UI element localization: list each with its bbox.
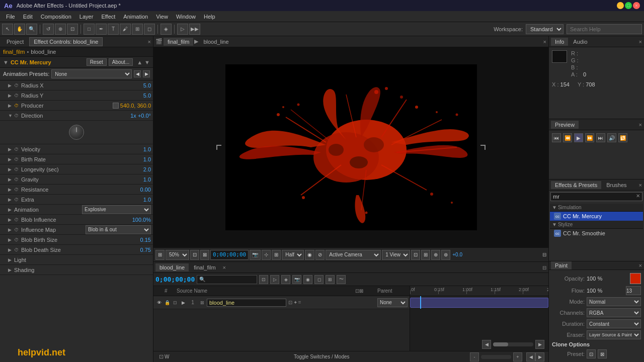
tl-scrollbar[interactable] bbox=[493, 342, 533, 346]
tl-tab-final-film[interactable]: final_film bbox=[190, 263, 219, 272]
prev-back-btn[interactable]: ⏪ bbox=[563, 133, 572, 142]
layer-switch-icon[interactable]: ⊡ bbox=[288, 300, 292, 305]
preview-btn1[interactable]: ▷ bbox=[177, 24, 188, 35]
expand-gravity[interactable]: ▶ bbox=[8, 177, 14, 182]
expand-effect[interactable]: ▼ bbox=[3, 59, 9, 65]
about-button[interactable]: About... bbox=[109, 58, 133, 66]
comp-fit-btn[interactable]: ⊡ bbox=[190, 250, 199, 260]
toggle-modes-btn[interactable]: Toggle Switches / Modes bbox=[173, 354, 470, 359]
val-velocity[interactable]: 1.0 bbox=[143, 146, 151, 152]
val-blob-influence[interactable]: 100.0% bbox=[132, 217, 151, 223]
left-panel-close[interactable]: × bbox=[148, 39, 151, 45]
menu-layer[interactable]: Layer bbox=[75, 13, 98, 21]
tl-playhead[interactable] bbox=[420, 296, 421, 309]
brushes-tab[interactable]: Brushes bbox=[602, 181, 630, 189]
tl-frame-fwd[interactable]: ▶ bbox=[535, 352, 544, 361]
expand-shading[interactable]: ▶ bbox=[8, 267, 14, 273]
stopwatch-blob-influence[interactable]: ⏱ bbox=[14, 217, 21, 222]
prev-last-btn[interactable]: ⏭ bbox=[596, 133, 605, 142]
comp-3d-btn[interactable]: ⊞ bbox=[421, 250, 430, 260]
timecode-display[interactable]: 0;00;00;00 bbox=[210, 250, 249, 260]
tl-zoom-in[interactable]: + bbox=[513, 352, 522, 361]
eraser-select[interactable]: Layer Source & Paint bbox=[587, 330, 641, 339]
comp-panel-close[interactable]: × bbox=[543, 39, 546, 45]
influence-map-select[interactable]: Blob in & out bbox=[86, 225, 151, 234]
expand-blob-influence[interactable]: ▶ bbox=[8, 217, 14, 222]
tl-camera-btn[interactable]: 📷 bbox=[292, 275, 301, 284]
tl-frame-back[interactable]: ◀ bbox=[526, 352, 535, 361]
comp-canvas[interactable] bbox=[225, 64, 477, 230]
tl-more-btn[interactable]: ⊞ bbox=[326, 275, 335, 284]
eraser-tool[interactable]: ◻ bbox=[144, 24, 155, 35]
val-direction[interactable]: 1x +0.0° bbox=[130, 113, 151, 119]
tl-zoom-bar[interactable] bbox=[481, 355, 511, 359]
preset-btn2[interactable]: ⊠ bbox=[598, 349, 607, 358]
comp-more-btn[interactable]: ⊛ bbox=[441, 250, 450, 260]
menu-view[interactable]: View bbox=[152, 13, 172, 21]
animation-select[interactable]: Explosive bbox=[82, 205, 151, 214]
val-extra[interactable]: 1.0 bbox=[143, 197, 151, 203]
expand-birth-rate[interactable]: ▶ bbox=[8, 157, 14, 162]
fx-item-cc-mr-smoothie[interactable]: cc CC Mr. Smoothie bbox=[550, 229, 643, 238]
val-resistance[interactable]: 0.00 bbox=[140, 187, 151, 193]
comp-snap-btn[interactable]: ⊕ bbox=[431, 250, 440, 260]
select-tool[interactable]: ↖ bbox=[2, 24, 13, 35]
stopwatch-influence-map[interactable]: ⏱ bbox=[14, 227, 21, 232]
tl-tab-close[interactable]: × bbox=[223, 264, 226, 270]
prev-first-btn[interactable]: ⏮ bbox=[552, 133, 561, 142]
val-radius-y[interactable]: 5.0 bbox=[143, 93, 151, 99]
layer-expr-icon[interactable]: = bbox=[298, 300, 301, 305]
menu-file[interactable]: File bbox=[2, 13, 19, 21]
tl-in-out-btn[interactable]: ⊡ bbox=[259, 275, 268, 284]
info-close[interactable]: × bbox=[639, 39, 642, 45]
search-help-input[interactable] bbox=[567, 24, 642, 34]
info-tab[interactable]: Info bbox=[551, 38, 568, 46]
preview-close[interactable]: × bbox=[639, 122, 642, 128]
hand-tool[interactable]: ✋ bbox=[14, 24, 25, 35]
mode-select[interactable]: Normal bbox=[587, 297, 641, 306]
quality-select[interactable]: Half bbox=[282, 250, 304, 260]
val-birth-rate[interactable]: 1.0 bbox=[143, 156, 151, 162]
menu-composition[interactable]: Composition bbox=[37, 13, 75, 21]
comp-cam-btn[interactable]: 📷 bbox=[250, 250, 261, 260]
tl-zoom-out[interactable]: - bbox=[470, 352, 479, 361]
track-tool[interactable]: ⊡ bbox=[67, 24, 78, 35]
zoom-select[interactable]: 50% bbox=[166, 250, 189, 260]
tl-scroll-right[interactable]: ▶ bbox=[535, 340, 544, 349]
view-select[interactable]: 1 View bbox=[382, 250, 410, 260]
orbit-tool[interactable]: ⊕ bbox=[55, 24, 66, 35]
tl-bottom-icon[interactable]: ⊡ bbox=[157, 353, 165, 360]
val-gravity[interactable]: 1.0 bbox=[143, 176, 151, 183]
expand-influence-map[interactable]: ▶ bbox=[8, 227, 14, 232]
expand-radius-x[interactable]: ▶ bbox=[8, 83, 14, 88]
stopwatch-producer[interactable]: ⏱ bbox=[14, 103, 21, 108]
tl-expand-btn[interactable]: ⊟ bbox=[542, 264, 546, 270]
comp-expand-btn[interactable]: ⊟ bbox=[542, 252, 546, 257]
menu-help[interactable]: Help bbox=[200, 13, 219, 21]
stopwatch-radius-x[interactable]: ⏱ bbox=[14, 83, 21, 88]
camera-select[interactable]: Active Camera bbox=[326, 250, 381, 260]
anim-prev-btn[interactable]: ◀ bbox=[134, 70, 141, 77]
tl-scroll-left[interactable]: ◀ bbox=[482, 340, 491, 349]
pen-tool[interactable]: ✒ bbox=[96, 24, 107, 35]
expand-producer[interactable]: ▶ bbox=[8, 103, 14, 108]
close-button[interactable]: × bbox=[633, 2, 640, 9]
menu-animation[interactable]: Animation bbox=[119, 13, 152, 21]
expand-longevity[interactable]: ▶ bbox=[8, 167, 14, 172]
tl-search-input[interactable] bbox=[197, 275, 257, 284]
zoom-tool[interactable]: 🔍 bbox=[26, 24, 37, 35]
comp-aspect-btn[interactable]: ⊠ bbox=[200, 250, 209, 260]
layer-parent-select[interactable]: None bbox=[377, 298, 408, 307]
menu-effect[interactable]: Effect bbox=[97, 13, 119, 21]
effects-presets-tab[interactable]: Effects & Presets bbox=[551, 181, 601, 189]
comp-alpha-btn[interactable]: ◉ bbox=[305, 250, 314, 260]
stopwatch-blob-death[interactable]: ⏱ bbox=[14, 247, 21, 252]
expand-direction[interactable]: ▼ bbox=[8, 113, 14, 118]
tl-render-btn[interactable]: ▷ bbox=[270, 275, 279, 284]
comp-fast-btn[interactable]: ⊘ bbox=[315, 250, 325, 260]
val-longevity[interactable]: 2.0 bbox=[143, 166, 151, 172]
comp-grid2-btn[interactable]: ⊹ bbox=[262, 250, 271, 260]
text-tool[interactable]: T bbox=[108, 24, 119, 35]
expand-extra[interactable]: ▶ bbox=[8, 197, 14, 202]
comp-tab-final-film[interactable]: final_film bbox=[164, 38, 193, 46]
